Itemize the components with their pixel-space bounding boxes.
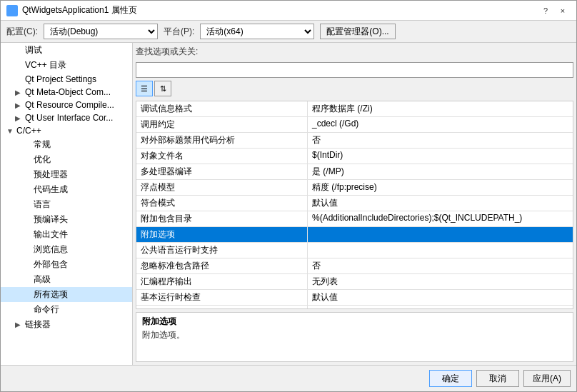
prop-row[interactable]: 将 WChar_t 视为内置类型是 (/Zc:wchar_t) <box>136 306 573 309</box>
prop-name: 忽略标准包含路径 <box>136 258 308 273</box>
window-title: QtWidgetsApplication1 属性页 <box>22 4 137 16</box>
description-text: 附加选项。 <box>142 329 567 341</box>
config-label: 配置(C): <box>6 26 38 38</box>
tree-item-label: 代码生成 <box>34 184 68 196</box>
prop-row[interactable]: 汇编程序输出无列表 <box>136 274 573 290</box>
tree-item[interactable]: 预编译头 <box>1 212 132 227</box>
tree-item-label: 常规 <box>34 139 51 151</box>
title-bar: QtWidgetsApplication1 属性页 ? × <box>1 1 576 21</box>
tree-item-label: 语言 <box>34 198 51 211</box>
prop-row[interactable]: 多处理器编译是 (/MP) <box>136 164 573 180</box>
prop-value: 是 (/MP) <box>308 164 573 179</box>
manager-button[interactable]: 配置管理器(O)... <box>320 24 395 39</box>
prop-name: 公共语言运行时支持 <box>136 243 308 258</box>
tree-item[interactable]: 调试 <box>1 43 132 58</box>
tree-item[interactable]: 命令行 <box>1 302 132 317</box>
main-dialog: QtWidgetsApplication1 属性页 ? × 配置(C): 活动(… <box>0 0 577 392</box>
tree-arrow <box>15 321 24 328</box>
tree-item-label: 预编译头 <box>34 213 68 226</box>
prop-row[interactable]: 符合模式默认值 <box>136 196 573 211</box>
tree-item-label: 外部包含 <box>34 258 68 271</box>
tree-item[interactable]: 浏览信息 <box>1 242 132 257</box>
prop-row[interactable]: 浮点模型精度 (/fp:precise) <box>136 180 573 196</box>
tree-arrow <box>15 89 24 96</box>
platform-combo[interactable]: 活动(x64) <box>200 24 314 39</box>
help-button[interactable]: ? <box>538 4 553 17</box>
prop-name: 调用约定 <box>136 117 308 132</box>
tree-item-label: Qt Resource Compile... <box>25 100 114 110</box>
prop-name: 附加选项 <box>136 227 308 242</box>
config-combo[interactable]: 活动(Debug) <box>44 24 158 39</box>
tree-item-label: 调试 <box>25 44 42 56</box>
sort-button[interactable]: ⇅ <box>154 81 171 96</box>
description-panel: 附加选项 附加选项。 <box>136 312 573 362</box>
tree-item-label: 高级 <box>34 273 51 286</box>
properties-table: 调试信息格式程序数据库 (/Zi)调用约定_cdecl (/Gd)对外部标题禁用… <box>136 101 573 309</box>
title-bar-left: QtWidgetsApplication1 属性页 <box>6 4 137 16</box>
tree-item[interactable]: C/C++ <box>1 124 132 137</box>
tree-item[interactable]: VC++ 目录 <box>1 58 132 73</box>
prop-value: $(IntDir) <box>308 149 573 164</box>
tree-item-label: 浏览信息 <box>34 243 68 256</box>
ok-button[interactable]: 确定 <box>429 370 472 387</box>
prop-row[interactable]: 对外部标题禁用代码分析否 <box>136 133 573 149</box>
prop-value <box>308 243 573 258</box>
tree-item-label: Qt User Interface Cor... <box>25 113 113 123</box>
tree-item-label: VC++ 目录 <box>25 59 66 71</box>
tree-item-label: 所有选项 <box>34 288 68 301</box>
tree-item-label: 命令行 <box>34 303 59 316</box>
tree-item[interactable]: Qt Project Settings <box>1 73 132 86</box>
prop-name: 附加包含目录 <box>136 211 308 226</box>
prop-row[interactable]: 公共语言运行时支持 <box>136 243 573 258</box>
app-icon <box>6 5 18 16</box>
prop-value: 否 <box>308 258 573 273</box>
tree-item[interactable]: 预处理器 <box>1 167 132 182</box>
tree-item[interactable]: 输出文件 <box>1 227 132 242</box>
cancel-button[interactable]: 取消 <box>476 370 519 387</box>
tree-item[interactable]: 外部包含 <box>1 257 132 272</box>
search-input[interactable] <box>136 62 573 78</box>
tree-item[interactable]: 高级 <box>1 272 132 287</box>
left-panel: 调试VC++ 目录Qt Project SettingsQt Meta-Obje… <box>1 43 133 365</box>
main-content: 调试VC++ 目录Qt Project SettingsQt Meta-Obje… <box>1 43 576 365</box>
prop-value <box>308 227 573 242</box>
title-controls: ? × <box>538 4 571 17</box>
prop-value: 默认值 <box>308 290 573 305</box>
icon-toolbar: ☰ ⇅ <box>136 81 573 96</box>
tree-arrow <box>15 114 24 122</box>
prop-row[interactable]: 基本运行时检查默认值 <box>136 290 573 306</box>
prop-row[interactable]: 对象文件名$(IntDir) <box>136 149 573 164</box>
tree-item-label: Qt Project Settings <box>25 74 96 84</box>
prop-row[interactable]: 调试信息格式程序数据库 (/Zi) <box>136 101 573 117</box>
tree-item[interactable]: 代码生成 <box>1 182 132 197</box>
prop-value: 无列表 <box>308 274 573 289</box>
tree-item[interactable]: Qt User Interface Cor... <box>1 111 132 124</box>
prop-name: 汇编程序输出 <box>136 274 308 289</box>
prop-row[interactable]: 附加包含目录%(AdditionalIncludeDirectories);$(… <box>136 211 573 227</box>
tree-item-label: 输出文件 <box>34 228 68 241</box>
prop-value: 精度 (/fp:precise) <box>308 180 573 195</box>
prop-name: 调试信息格式 <box>136 101 308 116</box>
prop-name: 符合模式 <box>136 196 308 211</box>
tree-item[interactable]: Qt Resource Compile... <box>1 99 132 111</box>
tree-item-label: 优化 <box>34 154 51 166</box>
tree-item[interactable]: 语言 <box>1 197 132 212</box>
close-button[interactable]: × <box>555 4 571 17</box>
tree-item[interactable]: 优化 <box>1 152 132 167</box>
tree-arrow <box>15 101 24 109</box>
tree-item[interactable]: 链接器 <box>1 317 132 332</box>
prop-value: 程序数据库 (/Zi) <box>308 101 573 116</box>
tree-item[interactable]: 常规 <box>1 137 132 152</box>
tree-item-label: 预处理器 <box>34 169 68 181</box>
tree-item[interactable]: Qt Meta-Object Com... <box>1 86 132 99</box>
apply-button[interactable]: 应用(A) <box>523 370 571 387</box>
prop-row[interactable]: 调用约定_cdecl (/Gd) <box>136 117 573 133</box>
tree-item[interactable]: 所有选项 <box>1 287 132 302</box>
prop-name: 基本运行时检查 <box>136 290 308 305</box>
prop-row[interactable]: 附加选项 <box>136 227 573 243</box>
prop-row[interactable]: 忽略标准包含路径否 <box>136 258 573 274</box>
search-label: 查找选项或关关: <box>136 46 573 58</box>
platform-label: 平台(P): <box>164 26 194 38</box>
grid-view-button[interactable]: ☰ <box>136 81 153 96</box>
right-panel: 查找选项或关关: ☰ ⇅ 调试信息格式程序数据库 (/Zi)调用约定_cdecl… <box>133 43 576 365</box>
